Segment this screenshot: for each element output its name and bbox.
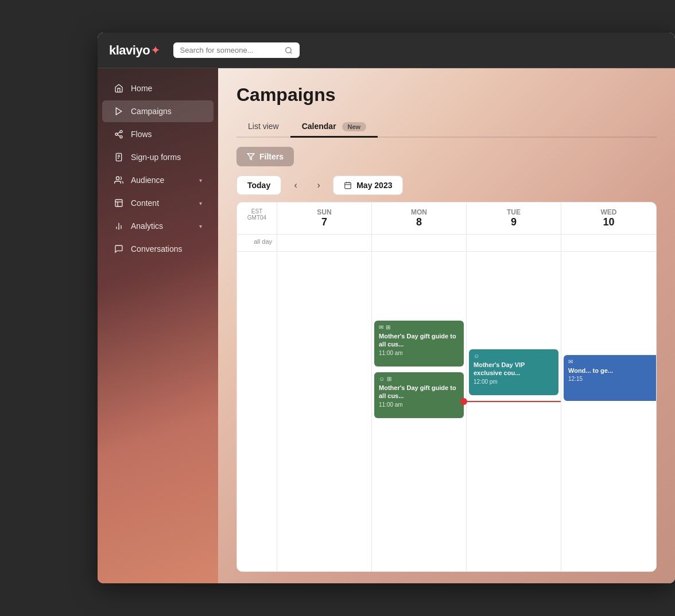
tab-bar: List view Calendar New xyxy=(236,117,657,138)
sidebar-item-label-campaigns: Campaigns xyxy=(131,107,202,116)
sidebar-item-signup-forms[interactable]: Sign-up forms xyxy=(102,146,214,168)
svg-marker-2 xyxy=(116,108,121,115)
content-header: Campaigns List view Calendar New xyxy=(218,68,675,138)
today-button[interactable]: Today xyxy=(236,176,281,195)
sidebar-item-content[interactable]: Content ▾ xyxy=(102,192,214,214)
search-input[interactable] xyxy=(180,46,280,54)
event-icons-2: ☺ ⊞ xyxy=(379,376,459,382)
sidebar-item-audience[interactable]: Audience ▾ xyxy=(102,169,214,191)
toolbar: Filters xyxy=(218,138,675,176)
event-time-3: 12:00 pm xyxy=(474,379,554,385)
svg-point-3 xyxy=(120,130,122,132)
main-layout: Home Campaigns Flows xyxy=(98,68,675,583)
sidebar-item-label-analytics: Analytics xyxy=(131,221,192,231)
sidebar-item-conversations[interactable]: Conversations xyxy=(102,238,214,260)
sidebar: Home Campaigns Flows xyxy=(98,68,218,583)
sms-icon-2: ⊞ xyxy=(387,376,391,382)
svg-point-5 xyxy=(120,136,122,138)
svg-line-1 xyxy=(290,52,292,53)
calendar-header-row: EST GMT04 SUN 7 MON 8 TUE 9 xyxy=(237,202,656,235)
tab-list-view[interactable]: List view xyxy=(236,117,290,138)
day-num-9: 9 xyxy=(474,216,554,228)
email-icon-2: ✉ xyxy=(568,358,573,365)
sidebar-item-label-audience: Audience xyxy=(131,176,192,185)
top-bar: klaviyo✦ xyxy=(98,33,675,68)
content-chevron-icon: ▾ xyxy=(199,200,202,206)
timezone-label: EST GMT04 xyxy=(247,208,266,221)
search-bar[interactable] xyxy=(173,42,300,58)
day-num-10: 10 xyxy=(568,216,649,228)
app-window: klaviyo✦ Home xyxy=(98,33,675,583)
svg-line-6 xyxy=(118,135,121,137)
calendar-controls: Today ‹ › May 2023 xyxy=(218,176,675,202)
event-mothers-day-vip[interactable]: ☺ Mother's Day VIP exclusive cou... 12:0… xyxy=(469,349,558,395)
time-indicator-dot xyxy=(460,398,467,405)
sidebar-item-analytics[interactable]: Analytics ▾ xyxy=(102,215,214,237)
event-title-1: Mother's Day gift guide to all cus... xyxy=(379,332,459,349)
content-area: Campaigns List view Calendar New xyxy=(218,68,675,583)
tab-list-view-label: List view xyxy=(248,122,279,131)
smiley-icon: ☺ xyxy=(379,376,385,382)
tab-calendar[interactable]: Calendar New xyxy=(290,117,378,138)
cal-header-wed: WED 10 xyxy=(561,202,656,234)
flows-icon xyxy=(114,129,124,139)
svg-rect-21 xyxy=(345,182,351,189)
event-title-4: Wond... to ge... xyxy=(568,367,651,375)
sidebar-item-label-content: Content xyxy=(131,198,192,208)
day-name-mon: MON xyxy=(411,208,427,216)
day-col-mon: ✉ ⊞ Mother's Day gift guide to all cus..… xyxy=(372,252,467,571)
calendar-body: ✉ ⊞ Mother's Day gift guide to all cus..… xyxy=(237,252,656,571)
sidebar-item-home[interactable]: Home xyxy=(102,77,214,99)
next-button[interactable]: › xyxy=(310,177,327,194)
timezone-cell: EST GMT04 xyxy=(237,202,277,234)
prev-button[interactable]: ‹ xyxy=(287,177,304,194)
svg-line-7 xyxy=(118,132,121,134)
search-icon xyxy=(285,46,293,54)
analytics-icon xyxy=(114,221,124,231)
content-icon xyxy=(114,198,124,208)
day-num-8: 8 xyxy=(379,216,459,228)
logo-text: klaviyo xyxy=(109,43,150,58)
smiley-icon-2: ☺ xyxy=(474,353,479,359)
day-num-7: 7 xyxy=(284,216,364,228)
time-indicator-line xyxy=(464,401,561,402)
event-mothers-day-1[interactable]: ✉ ⊞ Mother's Day gift guide to all cus..… xyxy=(374,321,464,367)
campaigns-icon xyxy=(114,106,124,116)
email-icon: ✉ xyxy=(379,324,383,330)
tab-calendar-label: Calendar xyxy=(302,122,336,131)
sidebar-item-label-flows: Flows xyxy=(131,130,202,139)
time-col xyxy=(237,252,277,571)
calendar-grid: EST GMT04 SUN 7 MON 8 TUE 9 xyxy=(236,202,657,572)
allday-sun xyxy=(277,235,372,251)
logo: klaviyo✦ xyxy=(109,43,160,58)
filters-button[interactable]: Filters xyxy=(236,147,294,166)
event-icons-1: ✉ ⊞ xyxy=(379,324,459,330)
new-badge: New xyxy=(342,122,367,131)
svg-point-12 xyxy=(116,177,119,180)
svg-marker-20 xyxy=(247,154,254,160)
sms-icon: ⊞ xyxy=(386,324,390,330)
month-picker[interactable]: May 2023 xyxy=(333,176,403,195)
event-time-4: 12:15 xyxy=(568,376,651,382)
sidebar-item-label-home: Home xyxy=(131,84,202,93)
event-title-3: Mother's Day VIP exclusive cou... xyxy=(474,361,554,377)
day-col-sun xyxy=(277,252,372,571)
event-time-2: 11:00 am xyxy=(379,401,459,408)
event-icons-3: ☺ xyxy=(474,353,554,359)
sidebar-item-flows[interactable]: Flows xyxy=(102,123,214,145)
day-name-wed: WED xyxy=(601,208,617,216)
event-time-1: 11:00 am xyxy=(379,350,459,356)
allday-wed xyxy=(561,235,656,251)
event-title-2: Mother's Day gift guide to all cus... xyxy=(379,384,459,400)
sidebar-item-campaigns[interactable]: Campaigns xyxy=(102,100,214,122)
filter-icon xyxy=(247,153,255,161)
svg-point-4 xyxy=(115,133,118,135)
home-icon xyxy=(114,83,124,93)
filters-label: Filters xyxy=(259,152,284,161)
day-name-tue: TUE xyxy=(507,208,521,216)
cal-header-tue: TUE 9 xyxy=(467,202,561,234)
cal-header-mon: MON 8 xyxy=(372,202,467,234)
event-mothers-day-2[interactable]: ☺ ⊞ Mother's Day gift guide to all cus..… xyxy=(374,372,464,418)
calendar-icon xyxy=(344,181,352,189)
event-wonder[interactable]: ✉ Wond... to ge... 12:15 xyxy=(564,355,656,401)
